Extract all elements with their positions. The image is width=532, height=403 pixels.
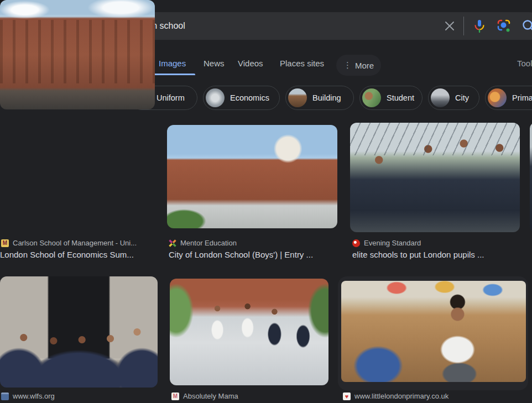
vertical-dots-icon: ⋮ bbox=[343, 60, 351, 70]
clear-icon[interactable] bbox=[442, 18, 457, 34]
source-text: www.littlelondonprimary.co.uk bbox=[354, 392, 448, 400]
result-title[interactable]: London School of Economics Sum... bbox=[0, 250, 134, 259]
chip-building-thumbnail bbox=[288, 88, 307, 107]
google-lens-icon[interactable] bbox=[496, 18, 512, 34]
chip-label: Building bbox=[312, 93, 341, 102]
chip-primary-thumbnail bbox=[488, 88, 507, 107]
result-image-students-sitting[interactable] bbox=[350, 123, 520, 232]
chip-primary[interactable]: Primary bbox=[485, 86, 532, 110]
result-source[interactable]: M Carlson School of Management - Uni... bbox=[1, 239, 137, 247]
result-image-city-of-london-school[interactable] bbox=[167, 125, 337, 228]
heart-icon: ♥ bbox=[343, 392, 351, 400]
result-title[interactable]: elite schools to put London pupils ... bbox=[352, 250, 484, 259]
chip-label: Student bbox=[387, 93, 414, 102]
search-divider bbox=[463, 17, 464, 35]
chip-label: Economics bbox=[230, 93, 269, 102]
tab-images[interactable]: Images bbox=[159, 59, 186, 68]
source-text: www.wlfs.org bbox=[13, 392, 55, 400]
result-image-partial[interactable] bbox=[530, 123, 532, 232]
chip-label: Uniform bbox=[157, 93, 185, 102]
wlfs-shield-icon bbox=[1, 392, 9, 400]
chip-economics-thumbnail bbox=[206, 88, 225, 107]
tools-button[interactable]: Tools bbox=[517, 59, 532, 68]
result-image-students-by-door[interactable] bbox=[0, 276, 158, 388]
mentor-x-icon bbox=[169, 239, 176, 247]
source-text: Evening Standard bbox=[364, 239, 421, 247]
chip-economics[interactable]: Economics bbox=[203, 86, 280, 110]
tab-videos[interactable]: Videos bbox=[238, 59, 263, 68]
result-source[interactable]: www.wlfs.org bbox=[1, 392, 55, 400]
search-submit-icon[interactable] bbox=[521, 18, 532, 34]
source-text: Carlson School of Management - Uni... bbox=[13, 239, 137, 247]
chip-city-thumbnail bbox=[431, 88, 450, 107]
carlson-m-icon: M bbox=[1, 239, 9, 247]
chip-label: City bbox=[455, 93, 469, 102]
result-source[interactable]: Mentor Education bbox=[169, 239, 237, 247]
result-title[interactable]: City of London School (Boys') | Entry ..… bbox=[169, 250, 313, 259]
tab-more[interactable]: ⋮ More bbox=[336, 55, 381, 76]
chip-building[interactable]: Building bbox=[285, 86, 354, 110]
chip-student-thumbnail bbox=[362, 88, 381, 107]
result-source[interactable]: Evening Standard bbox=[352, 239, 421, 247]
result-source[interactable]: M Absolutely Mama bbox=[171, 392, 238, 400]
active-tab-underline bbox=[153, 74, 195, 75]
microphone-icon[interactable] bbox=[472, 18, 487, 34]
result-source[interactable]: ♥ www.littlelondonprimary.co.uk bbox=[343, 392, 448, 400]
tab-places-sites[interactable]: Places sites bbox=[280, 59, 324, 68]
google-images-results-page: Google london school All Images News Vid… bbox=[0, 0, 532, 403]
source-text: Mentor Education bbox=[180, 239, 237, 247]
search-bar[interactable]: london school bbox=[117, 12, 532, 40]
result-image-lse-building[interactable] bbox=[0, 0, 155, 109]
evening-standard-icon bbox=[352, 239, 360, 247]
more-label: More bbox=[355, 61, 374, 70]
result-image-girl-in-classroom[interactable] bbox=[341, 281, 526, 382]
tab-news[interactable]: News bbox=[204, 59, 225, 68]
chip-city[interactable]: City bbox=[428, 86, 479, 110]
source-text: Absolutely Mama bbox=[183, 392, 238, 400]
mama-m-icon: M bbox=[171, 392, 179, 400]
chip-student[interactable]: Student bbox=[359, 86, 423, 110]
chip-label: Primary bbox=[512, 93, 532, 102]
result-image-students-walking[interactable] bbox=[170, 279, 328, 385]
